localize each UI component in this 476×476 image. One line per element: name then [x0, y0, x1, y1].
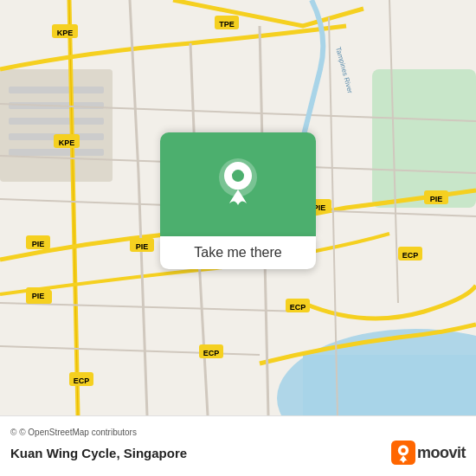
moovit-icon [391, 441, 415, 465]
svg-text:ECP: ECP [74, 376, 90, 385]
svg-rect-11 [9, 149, 104, 156]
svg-text:TPE: TPE [219, 20, 235, 29]
moovit-label: moovit [417, 444, 466, 462]
svg-point-44 [401, 448, 405, 453]
location-row: Kuan Wing Cycle, Singapore moovit [10, 441, 466, 465]
location-name: Kuan Wing Cycle, Singapore [10, 446, 187, 460]
svg-text:PIE: PIE [136, 242, 149, 251]
svg-text:PIE: PIE [32, 292, 45, 300]
map-area: KPE KPE KPE PIE PIE PIE TPE ECP ECP ECP [0, 0, 476, 415]
svg-point-41 [232, 170, 244, 182]
app-container: KPE KPE KPE PIE PIE PIE TPE ECP ECP ECP [0, 0, 476, 476]
city-name: Singapore [124, 446, 187, 460]
svg-text:KPE: KPE [57, 29, 74, 37]
svg-rect-3 [372, 69, 476, 208]
svg-rect-7 [9, 87, 104, 93]
svg-text:ECP: ECP [402, 251, 419, 260]
moovit-logo: moovit [391, 441, 466, 465]
copyright-symbol: © [10, 428, 16, 437]
place-name: Kuan Wing Cycle [10, 446, 116, 460]
svg-text:PIE: PIE [32, 240, 45, 248]
svg-text:ECP: ECP [290, 303, 306, 312]
svg-text:ECP: ECP [203, 349, 220, 357]
destination-icon-box [160, 132, 316, 236]
attribution-text: © OpenStreetMap contributors [19, 428, 137, 437]
osm-attribution: © © OpenStreetMap contributors [10, 428, 466, 437]
svg-rect-9 [9, 118, 104, 125]
pin-icon [214, 155, 262, 214]
svg-rect-6 [0, 69, 113, 182]
svg-text:PIE: PIE [430, 195, 443, 203]
svg-rect-2 [303, 355, 476, 415]
svg-text:KPE: KPE [59, 138, 75, 147]
map-overlay-card: Take me there [160, 132, 316, 269]
bottom-bar: © © OpenStreetMap contributors Kuan Wing… [0, 415, 476, 476]
take-me-there-button[interactable]: Take me there [160, 236, 316, 269]
